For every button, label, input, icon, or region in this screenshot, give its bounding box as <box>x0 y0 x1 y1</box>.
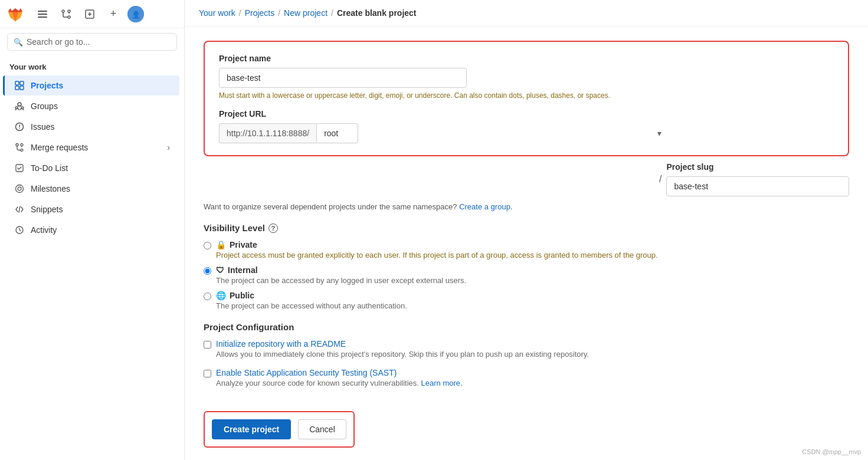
todo-icon <box>14 163 25 173</box>
svg-point-17 <box>19 128 20 129</box>
namespace-select[interactable]: root <box>316 123 358 143</box>
svg-rect-12 <box>20 86 24 90</box>
form-container: Project name Must start with a lowercase… <box>185 27 868 460</box>
project-slug-label: Project slug <box>666 162 849 172</box>
search-icon: 🔍 <box>14 38 23 47</box>
sast-learn-more-link[interactable]: Learn more. <box>421 379 463 387</box>
visibility-internal-radio[interactable] <box>204 267 211 275</box>
create-group-link[interactable]: Create a group. <box>459 202 512 211</box>
svg-point-4 <box>68 16 70 18</box>
groups-icon <box>14 101 25 111</box>
sidebar-toggle-button[interactable] <box>33 5 52 24</box>
svg-rect-2 <box>38 17 47 18</box>
sast-checkbox[interactable] <box>204 370 211 377</box>
merge-requests-chevron-icon: › <box>167 143 170 152</box>
url-prefix: http://10.1.1.118:8888/ <box>219 123 316 143</box>
sast-desc: Analyze your source code for known secur… <box>216 379 463 387</box>
readme-desc: Allows you to immediately clone this pro… <box>216 350 589 359</box>
svg-point-19 <box>21 149 23 152</box>
breadcrumb-sep-3: / <box>331 8 333 18</box>
svg-point-23 <box>18 187 21 190</box>
breadcrumb-new-project[interactable]: New project <box>284 8 327 18</box>
readme-label[interactable]: Initialize repository with a README <box>216 339 589 349</box>
sidebar-item-issues-label: Issues <box>31 122 54 132</box>
sidebar-item-milestones[interactable]: Milestones <box>5 179 179 199</box>
svg-rect-21 <box>16 165 23 172</box>
visibility-public-radio[interactable] <box>204 293 211 300</box>
merge-requests-icon <box>14 142 25 153</box>
config-section-title: Project Configuration <box>204 322 849 332</box>
svg-rect-9 <box>15 81 19 85</box>
create-project-button[interactable]: Create project <box>212 419 291 439</box>
project-url-label: Project URL <box>219 109 834 119</box>
edit-icon-btn[interactable] <box>80 5 99 24</box>
sidebar-item-merge-requests-label: Merge requests <box>31 143 88 152</box>
readme-checkbox-option: Initialize repository with a README Allo… <box>204 339 849 359</box>
milestones-icon <box>14 183 25 194</box>
visibility-internal-desc: The project can be accessed by any logge… <box>216 276 466 285</box>
sidebar-item-groups[interactable]: Groups <box>5 96 179 116</box>
svg-text:👤: 👤 <box>132 10 140 19</box>
project-url-row: http://10.1.1.118:8888/ root <box>219 123 667 143</box>
slug-field-wrap: Project slug <box>666 162 849 196</box>
sidebar-item-issues[interactable]: Issues <box>5 117 179 137</box>
visibility-private-desc: Project access must be granted explicitl… <box>216 251 658 259</box>
sidebar-item-activity[interactable]: Activity <box>5 220 179 240</box>
svg-point-20 <box>21 144 23 146</box>
svg-rect-1 <box>38 14 47 15</box>
visibility-private-label[interactable]: 🔒 Private <box>216 240 658 249</box>
visibility-public-label[interactable]: 🌐 Public <box>216 291 407 300</box>
gitlab-logo[interactable] <box>7 6 24 22</box>
project-name-label: Project name <box>219 54 834 63</box>
svg-rect-10 <box>20 81 24 85</box>
visibility-internal-label[interactable]: 🛡 Internal <box>216 265 466 275</box>
svg-point-22 <box>16 185 24 193</box>
readme-checkbox[interactable] <box>204 341 211 349</box>
sidebar-item-groups-label: Groups <box>31 101 58 111</box>
snippets-icon <box>14 204 25 215</box>
breadcrumb-sep-2: / <box>278 8 280 18</box>
sidebar-item-milestones-label: Milestones <box>31 184 70 193</box>
sidebar-item-todo-label: To-Do List <box>31 163 68 173</box>
config-section: Project Configuration Initialize reposit… <box>204 322 849 387</box>
projects-icon <box>14 80 25 91</box>
sast-label[interactable]: Enable Static Application Security Testi… <box>216 368 463 377</box>
namespace-hint: Want to organize several dependent proje… <box>204 202 849 211</box>
actions-row: Create project Cancel <box>204 411 355 448</box>
breadcrumb-projects[interactable]: Projects <box>245 8 275 18</box>
breadcrumb-your-work[interactable]: Your work <box>199 8 235 18</box>
visibility-private-radio[interactable] <box>204 242 211 249</box>
activity-icon <box>14 225 25 235</box>
svg-rect-0 <box>38 11 47 12</box>
merge-request-icon-btn[interactable] <box>57 5 76 24</box>
sidebar-item-projects[interactable]: Projects <box>3 75 179 96</box>
visibility-private-option: 🔒 Private Project access must be granted… <box>204 240 849 259</box>
avatar[interactable]: 👤 <box>127 6 144 22</box>
visibility-public-desc: The project can be accessed without any … <box>216 301 407 310</box>
search-placeholder: Search or go to... <box>27 37 90 47</box>
namespace-select-wrap: root <box>316 123 667 143</box>
sidebar-item-merge-requests[interactable]: Merge requests › <box>5 137 179 157</box>
visibility-section-title: Visibility Level ? <box>204 223 849 233</box>
globe-icon: 🌐 <box>216 291 226 300</box>
visibility-internal-option: 🛡 Internal The project can be accessed b… <box>204 265 849 285</box>
cancel-button[interactable]: Cancel <box>298 419 346 439</box>
watermark: CSDN @mpp__mvp <box>802 448 861 455</box>
svg-point-3 <box>62 10 64 12</box>
sidebar-item-snippets[interactable]: Snippets <box>5 199 179 219</box>
sidebar-item-todo[interactable]: To-Do List <box>5 158 179 178</box>
sidebar-item-snippets-label: Snippets <box>31 205 63 214</box>
sidebar-item-activity-label: Activity <box>31 225 57 235</box>
project-name-input[interactable] <box>219 68 467 88</box>
sast-checkbox-option: Enable Static Application Security Testi… <box>204 368 849 387</box>
breadcrumb: Your work / Projects / New project / Cre… <box>185 0 868 27</box>
sidebar-top-bar: + 👤 <box>0 0 184 28</box>
shield-icon: 🛡 <box>216 265 224 275</box>
visibility-help-icon[interactable]: ? <box>268 224 278 233</box>
project-slug-input[interactable] <box>666 176 849 196</box>
project-name-hint: Must start with a lowercase or uppercase… <box>219 91 834 100</box>
plus-icon-btn[interactable]: + <box>104 5 123 24</box>
your-work-label: Your work <box>0 55 184 75</box>
search-bar[interactable]: 🔍 Search or go to... <box>7 33 177 51</box>
slug-outer-row: / Project slug <box>204 162 849 196</box>
